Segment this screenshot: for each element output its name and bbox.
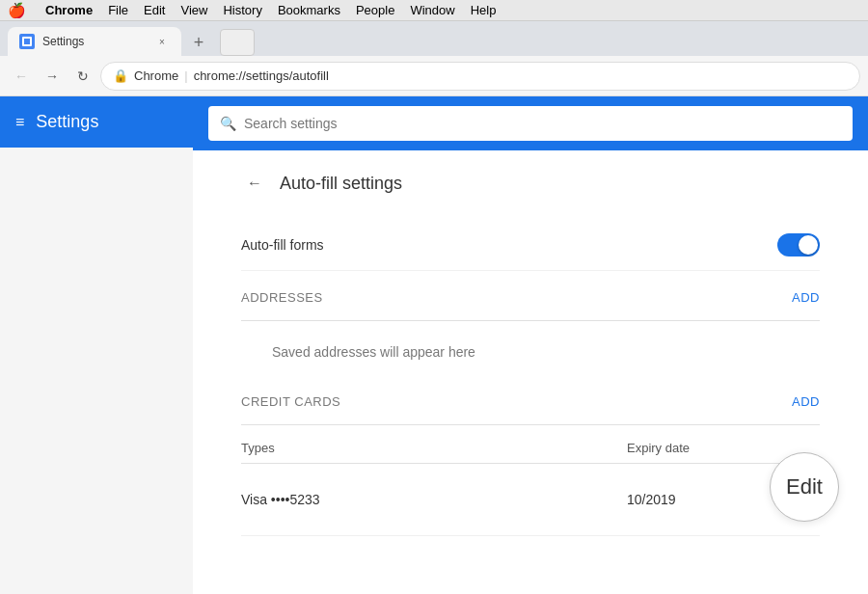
- autofill-forms-toggle[interactable]: [777, 233, 820, 256]
- tab-bar: Settings × +: [0, 21, 868, 56]
- credit-cards-label: Credit cards: [241, 394, 340, 409]
- new-tab-button[interactable]: +: [185, 29, 212, 56]
- address-divider: |: [184, 68, 187, 83]
- addresses-section-header: Addresses ADD: [241, 271, 820, 312]
- right-column: 🔍 ← Auto-fill settings Auto-fill forms: [193, 96, 868, 594]
- card-expiry: 10/2019: [627, 464, 743, 536]
- menu-window[interactable]: Window: [410, 3, 454, 17]
- types-header: Types: [241, 433, 627, 464]
- search-icon: 🔍: [220, 116, 236, 131]
- addresses-divider: [241, 320, 820, 321]
- menu-bar: 🍎 Chrome File Edit View History Bookmark…: [0, 0, 868, 21]
- back-button[interactable]: ←: [241, 170, 268, 197]
- toolbar: ← → ↻ 🔒 Chrome | chrome://settings/autof…: [0, 56, 868, 96]
- search-bar[interactable]: 🔍: [208, 106, 853, 141]
- sidebar: ≡ Settings: [0, 96, 193, 148]
- card-action-cell: Edit: [743, 464, 820, 536]
- favicon-icon: [22, 37, 32, 46]
- addresses-empty-state: Saved addresses will appear here: [241, 329, 820, 375]
- menu-help[interactable]: Help: [471, 3, 497, 17]
- hamburger-icon[interactable]: ≡: [15, 114, 24, 131]
- sidebar-title: Settings: [36, 112, 98, 132]
- tab-favicon: [19, 34, 35, 49]
- tab-title: Settings: [42, 35, 147, 48]
- search-input[interactable]: [244, 116, 841, 131]
- apple-menu[interactable]: 🍎: [8, 2, 26, 19]
- menu-view[interactable]: View: [180, 3, 207, 17]
- add-card-button[interactable]: ADD: [792, 394, 820, 409]
- table-row: Visa ••••5233 10/2019 Edit: [241, 464, 820, 536]
- address-url: chrome://settings/autofill: [194, 68, 329, 83]
- sidebar-column: ≡ Settings: [0, 96, 193, 594]
- sidebar-header: ≡ Settings: [0, 96, 193, 148]
- address-bar[interactable]: 🔒 Chrome | chrome://settings/autofill: [100, 62, 860, 91]
- credit-cards-table: Types Expiry date Visa ••••5233 10/2019: [241, 433, 820, 536]
- search-bar-container: 🔍: [193, 96, 868, 150]
- autofill-forms-row: Auto-fill forms: [241, 220, 820, 271]
- addresses-label: Addresses: [241, 290, 323, 305]
- expiry-header: Expiry date: [627, 433, 743, 464]
- card-type: Visa ••••5233: [241, 464, 627, 536]
- settings-page: ← Auto-fill settings Auto-fill forms Add…: [203, 150, 858, 555]
- menu-edit[interactable]: Edit: [144, 3, 165, 17]
- autofill-forms-label: Auto-fill forms: [241, 237, 324, 253]
- credit-cards-divider: [241, 424, 820, 425]
- page-title: Auto-fill settings: [280, 174, 402, 194]
- settings-content: ← Auto-fill settings Auto-fill forms Add…: [193, 150, 868, 594]
- tab-close-button[interactable]: ×: [154, 34, 170, 49]
- secure-icon: 🔒: [113, 68, 128, 83]
- main-layout: ≡ Settings 🔍 ← Auto-fill: [0, 96, 868, 594]
- menu-file[interactable]: File: [108, 3, 128, 17]
- settings-tab[interactable]: Settings ×: [8, 27, 181, 56]
- reload-button[interactable]: ↻: [69, 63, 96, 90]
- menu-bookmarks[interactable]: Bookmarks: [278, 3, 340, 17]
- credit-cards-section-header: Credit cards ADD: [241, 375, 820, 417]
- add-address-button[interactable]: ADD: [792, 290, 820, 305]
- menu-chrome[interactable]: Chrome: [45, 3, 93, 17]
- edit-button[interactable]: Edit: [770, 452, 839, 522]
- menu-history[interactable]: History: [223, 3, 261, 17]
- tab-placeholder: [220, 29, 255, 56]
- edit-label: Edit: [786, 474, 823, 500]
- back-header: ← Auto-fill settings: [241, 170, 820, 197]
- address-host: Chrome: [134, 68, 178, 83]
- back-button[interactable]: ←: [8, 63, 35, 90]
- action-cell-wrapper: Edit: [743, 475, 820, 524]
- forward-button[interactable]: →: [39, 63, 66, 90]
- menu-people[interactable]: People: [356, 3, 394, 17]
- chrome-window: Settings × + ← → ↻ 🔒 Chrome | chrome://s…: [0, 21, 868, 594]
